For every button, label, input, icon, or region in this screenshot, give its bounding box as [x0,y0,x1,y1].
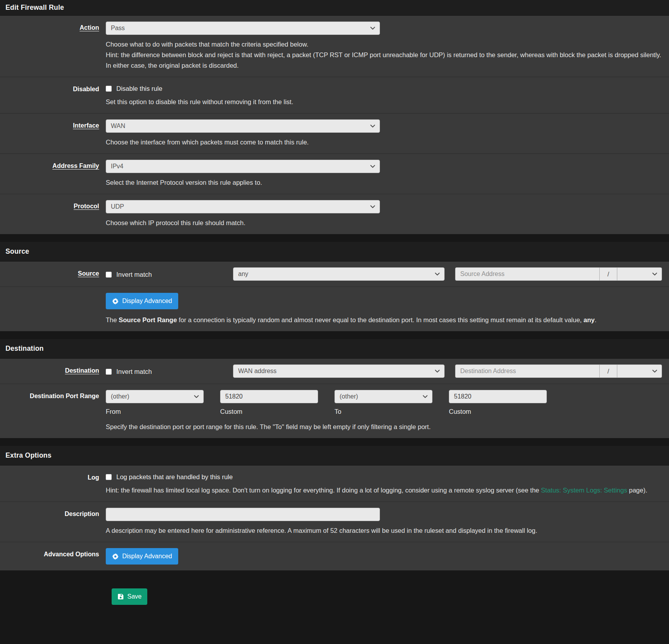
gear-icon [112,298,119,305]
destination-port-help: Specify the destination port or port ran… [106,422,662,432]
advanced-display-advanced-label: Display Advanced [122,553,172,560]
interface-help: Choose the interface from which packets … [106,137,662,148]
action-label: Action [80,24,99,31]
row-action: Action Pass Choose what to do with packe… [0,16,669,77]
save-button-label: Save [127,593,141,600]
port-from-sublabel: From [106,408,204,415]
protocol-select-value: UDP [111,203,124,210]
source-section-title: Source [0,242,669,262]
address-family-select-value: IPv4 [111,163,123,170]
row-advanced-options: Advanced Options Display Advanced [0,542,669,570]
log-label: Log [88,474,99,481]
panel-destination: Destination Destination Invert match WAN… [0,339,669,438]
port-to-select-value: (other) [340,393,358,400]
advanced-display-advanced-button[interactable]: Display Advanced [106,548,178,565]
source-address-input[interactable] [455,267,599,281]
chevron-down-icon [370,124,375,128]
row-destination: Destination Invert match WAN address / [0,359,669,384]
port-to-custom-input[interactable] [449,390,547,403]
action-select[interactable]: Pass [106,22,380,35]
address-family-select[interactable]: IPv4 [106,160,380,173]
log-checkbox[interactable] [106,474,112,480]
port-from-custom-input[interactable] [220,390,318,403]
row-source-advanced: Display Advanced The Source Port Range f… [0,287,669,331]
row-log: Log Log packets that are handled by this… [0,465,669,501]
protocol-label: Protocol [74,203,99,209]
source-display-advanced-button[interactable]: Display Advanced [106,293,178,309]
destination-port-range-label: Destination Port Range [30,393,99,399]
extra-options-section-title: Extra Options [0,446,669,465]
interface-select[interactable]: WAN [106,119,380,133]
port-to-sublabel: To [334,408,432,415]
source-address-group: / [455,267,662,281]
port-to-custom-sublabel: Custom [449,408,547,415]
disabled-help: Set this option to disable this rule wit… [106,97,662,107]
chevron-down-icon [370,205,375,209]
row-disabled: Disabled Disable this rule Set this opti… [0,77,669,113]
disabled-label: Disabled [73,86,99,92]
log-hint: Hint: the firewall has limited local log… [106,485,662,496]
chevron-down-icon [370,165,375,168]
source-mask-select[interactable] [617,267,662,281]
chevron-down-icon [652,370,657,373]
source-port-help: The Source Port Range for a connection i… [106,315,662,325]
interface-select-value: WAN [111,123,125,130]
gear-icon [112,553,119,560]
destination-invert-checkbox[interactable] [106,369,112,375]
action-help: Choose what to do with packets that matc… [106,39,662,71]
destination-mask-separator: / [599,364,617,378]
row-description: Description A description may be entered… [0,501,669,542]
protocol-select[interactable]: UDP [106,200,380,213]
panel-source: Source Source Invert match any / [0,242,669,331]
row-destination-port-range: Destination Port Range (other) From Cust… [0,384,669,438]
destination-type-select[interactable]: WAN address [233,364,445,378]
action-select-value: Pass [111,25,125,32]
port-from-select[interactable]: (other) [106,390,204,403]
source-display-advanced-label: Display Advanced [122,298,172,305]
form-actions: Save [0,578,669,605]
page-title: Edit Firewall Rule [0,0,669,16]
description-label: Description [65,511,99,517]
interface-label: Interface [73,122,99,129]
source-mask-separator: / [599,267,617,281]
destination-mask-select[interactable] [617,364,662,378]
destination-address-input[interactable] [455,364,599,378]
disable-rule-checkbox-label[interactable]: Disable this rule [116,85,162,92]
system-logs-settings-link[interactable]: Status: System Logs: Settings [541,487,627,494]
destination-address-group: / [455,364,662,378]
chevron-down-icon [435,370,440,373]
source-label: Source [78,270,99,277]
save-floppy-icon [118,593,124,600]
description-help: A description may be entered here for ad… [106,525,662,536]
row-address-family: Address Family IPv4 Select the Internet … [0,153,669,194]
destination-label: Destination [65,367,99,374]
chevron-down-icon [370,27,375,30]
disable-rule-checkbox[interactable] [106,86,112,92]
chevron-down-icon [435,272,440,276]
advanced-options-label: Advanced Options [44,551,99,557]
port-from-custom-sublabel: Custom [220,408,318,415]
source-invert-checkbox[interactable] [106,272,112,278]
destination-invert-label[interactable]: Invert match [116,368,152,375]
source-invert-label[interactable]: Invert match [116,271,152,278]
row-interface: Interface WAN Choose the interface from … [0,113,669,153]
log-checkbox-label[interactable]: Log packets that are handled by this rul… [116,473,233,481]
destination-section-title: Destination [0,339,669,359]
panel-edit-firewall-rule: Edit Firewall Rule Action Pass Choose wh… [0,0,669,234]
description-input[interactable] [106,508,380,521]
chevron-down-icon [194,395,199,399]
chevron-down-icon [423,395,428,399]
source-type-select[interactable]: any [233,267,445,281]
address-family-help: Select the Internet Protocol version thi… [106,177,662,188]
row-source: Source Invert match any / [0,262,669,287]
row-protocol: Protocol UDP Choose which IP protocol th… [0,194,669,234]
destination-type-select-value: WAN address [238,368,277,375]
save-button[interactable]: Save [112,588,147,605]
port-from-select-value: (other) [111,393,129,400]
source-type-select-value: any [238,271,248,278]
protocol-help: Choose which IP protocol this rule shoul… [106,218,662,228]
port-to-select[interactable]: (other) [334,390,432,403]
panel-extra-options: Extra Options Log Log packets that are h… [0,446,669,570]
chevron-down-icon [652,272,657,276]
address-family-label: Address Family [52,162,99,169]
